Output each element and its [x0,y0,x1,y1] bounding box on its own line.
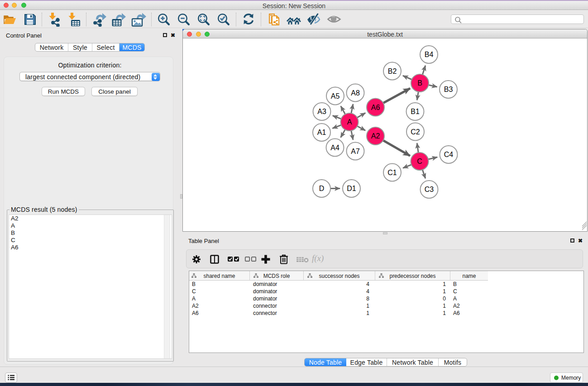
svg-text:B: B [417,79,422,87]
svg-text:A5: A5 [331,92,340,100]
svg-text:A8: A8 [351,89,360,97]
svg-text:C: C [417,157,422,165]
svg-text:D: D [319,185,325,192]
svg-text:C2: C2 [411,128,420,136]
svg-text:D1: D1 [347,185,356,192]
svg-text:A1: A1 [317,129,326,136]
svg-text:A3: A3 [317,108,326,115]
svg-text:A7: A7 [351,148,360,155]
svg-text:A4: A4 [330,144,339,152]
svg-text:A6: A6 [371,104,380,111]
svg-text:B3: B3 [444,86,453,93]
svg-text:C1: C1 [387,169,397,176]
svg-text:A: A [347,118,352,126]
svg-text:C4: C4 [444,151,454,158]
svg-text:C3: C3 [425,186,434,193]
svg-text:B2: B2 [388,67,397,75]
svg-text:B4: B4 [425,51,434,58]
svg-text:A2: A2 [371,132,380,140]
svg-text:B1: B1 [411,108,420,115]
